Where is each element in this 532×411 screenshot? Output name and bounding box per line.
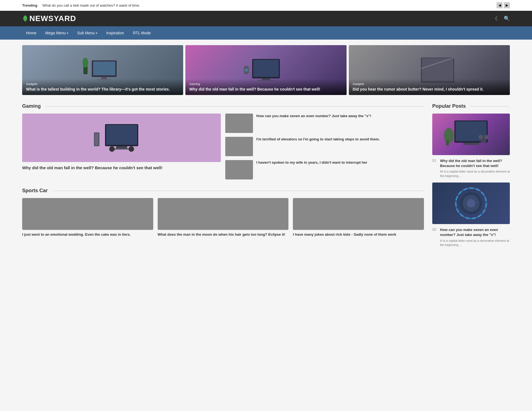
popular-main-illustration: [438, 116, 504, 152]
nav-inspiration[interactable]: Inspiration: [102, 26, 128, 40]
trending-nav: ◀ ▶: [497, 2, 510, 8]
search-icon[interactable]: 🔍: [504, 16, 510, 22]
popular-post-2-illustration: [438, 185, 504, 221]
gaming-main-card[interactable]: Why did the old man fall in the well? Be…: [22, 114, 221, 179]
theme-toggle-icon[interactable]: ☾: [495, 16, 499, 22]
gaming-side-item-1[interactable]: I'm terrified of elevators so I'm going …: [225, 137, 424, 156]
svg-point-35: [467, 199, 475, 207]
hero-card-2-overlay: Gadgets Did you hear the rumor about but…: [349, 79, 510, 95]
gaming-side-thumb-0: [225, 114, 253, 133]
gaming-grid: Why did the old man fall in the well? Be…: [22, 114, 424, 179]
popular-item-0[interactable]: 01 Why did the old man fall in the well?…: [432, 158, 510, 178]
nav-mega-menu-chevron: ▾: [67, 32, 68, 35]
hero-card-0-title: What is the tallest building in the worl…: [26, 87, 179, 92]
gaming-side-title-0: How can you make seven an even number? J…: [256, 114, 371, 119]
popular-item-1-excerpt: H is a capital letter used as a decorati…: [440, 239, 510, 247]
svg-rect-14: [422, 58, 453, 82]
sports-card-2-title: I have many jokes about rich kids - Sadl…: [293, 232, 424, 237]
hero-card-1-category: Gaming: [189, 82, 342, 86]
popular-posts-title: Popular Posts: [432, 103, 466, 109]
sports-card-2[interactable]: I have many jokes about rich kids - Sadl…: [293, 198, 424, 237]
popular-item-1[interactable]: 02 How can you make seven an even number…: [432, 227, 510, 247]
popular-post-main-image: [432, 114, 510, 155]
gaming-side-title-1: I'm terrified of elevators so I'm going …: [256, 137, 380, 142]
sports-card-2-image: [293, 198, 424, 230]
nav-sub-menu-chevron: ▾: [96, 32, 97, 35]
gaming-side-thumb-1: [225, 137, 253, 156]
svg-point-6: [83, 58, 88, 68]
popular-item-1-content: How can you make seven an even number? J…: [440, 227, 510, 247]
trending-bar: Trending What do you call a belt made ou…: [0, 0, 532, 11]
svg-rect-18: [116, 146, 127, 148]
sports-card-0[interactable]: I just went to an emotional wedding. Eve…: [22, 198, 153, 237]
sports-card-0-image: [22, 198, 153, 230]
gaming-side-title-2: I haven't spoken to my wife in years, I …: [256, 160, 367, 165]
hero-card-0-overlay: Gadgets What is the tallest building in …: [22, 79, 183, 95]
gaming-side-thumb-2: [225, 160, 253, 179]
popular-item-0-excerpt: W is a capital letter used as a decorati…: [440, 169, 510, 178]
sports-card-1[interactable]: What does the man in the moon do when hi…: [158, 198, 289, 237]
content-layout: Gaming: [22, 103, 510, 251]
popular-posts-header: Popular Posts: [432, 103, 510, 109]
left-content: Gaming: [22, 103, 424, 251]
gaming-main-image: [22, 114, 221, 162]
hero-card-2-category: Gadgets: [353, 82, 506, 86]
hero-card-1-title: Why did the old man fall in the well? Be…: [189, 87, 342, 92]
popular-item-1-num: 02: [432, 227, 438, 247]
sports-car-section-header: Sports Car: [22, 188, 424, 194]
main-content: Gadgets What is the tallest building in …: [0, 40, 532, 257]
svg-rect-28: [446, 140, 449, 145]
trending-next-button[interactable]: ▶: [504, 2, 510, 8]
popular-item-0-content: Why did the old man fall in the well? Be…: [440, 158, 510, 178]
hero-card-0[interactable]: Gadgets What is the tallest building in …: [22, 45, 183, 95]
hero-card-1[interactable]: Gaming Why did the old man fall in the w…: [185, 45, 346, 95]
logo-leaf-icon: [22, 15, 28, 22]
hero-grid: Gadgets What is the tallest building in …: [22, 45, 510, 95]
gaming-main-title: Why did the old man fall in the well? Be…: [22, 165, 221, 171]
header: NewsYard ☾ 🔍: [0, 11, 532, 26]
main-nav: Home Mega Menu ▾ Sub Menu ▾ Inspiration …: [0, 26, 532, 40]
svg-point-30: [479, 135, 483, 139]
popular-post-2-image: [432, 183, 510, 224]
svg-rect-26: [463, 143, 479, 145]
popular-item-0-title: Why did the old man fall in the well? Be…: [440, 158, 510, 168]
hero-card-2[interactable]: Gadgets Did you hear the rumor about but…: [349, 45, 510, 95]
gaming-section-header: Gaming: [22, 103, 424, 109]
nav-home[interactable]: Home: [22, 26, 40, 40]
svg-rect-17: [106, 125, 137, 145]
svg-point-22: [109, 146, 115, 152]
gaming-main-illustration: [91, 119, 152, 157]
gaming-title: Gaming: [22, 103, 41, 109]
logo[interactable]: NewsYard: [22, 14, 76, 23]
sports-card-0-title: I just went to an emotional wedding. Eve…: [22, 232, 153, 237]
sports-car-title: Sports Car: [22, 188, 48, 194]
svg-point-31: [484, 135, 488, 139]
hero-card-2-title: Did you hear the rumor about butter? Nev…: [353, 87, 506, 92]
sports-car-section: Sports Car I just went to an emotional w…: [22, 188, 424, 237]
svg-point-12: [245, 68, 248, 72]
gaming-side-list: How can you make seven an even number? J…: [225, 114, 424, 179]
popular-item-0-num: 01: [432, 158, 438, 178]
gaming-side-item-2[interactable]: I haven't spoken to my wife in years, I …: [225, 160, 424, 179]
sports-card-1-image: [158, 198, 289, 230]
sidebar: Popular Posts 01 Why di: [432, 103, 510, 251]
nav-mega-menu[interactable]: Mega Menu ▾: [41, 26, 72, 40]
header-icons: ☾ 🔍: [495, 16, 510, 22]
nav-sub-menu[interactable]: Sub Menu ▾: [73, 26, 101, 40]
trending-text: What do you call a belt made out of watc…: [42, 3, 140, 7]
popular-item-1-title: How can you make seven an even number? J…: [440, 227, 510, 237]
hero-card-0-category: Gadgets: [26, 82, 179, 86]
svg-rect-21: [95, 133, 98, 145]
svg-rect-8: [253, 60, 279, 77]
nav-rtl-mode[interactable]: RTL Mode: [129, 26, 155, 40]
logo-text: NewsYard: [29, 14, 76, 23]
svg-rect-2: [93, 61, 115, 75]
gaming-section: Gaming: [22, 103, 424, 179]
hero-card-1-overlay: Gaming Why did the old man fall in the w…: [185, 79, 346, 95]
svg-point-23: [129, 146, 134, 152]
sports-grid: I just went to an emotional wedding. Eve…: [22, 198, 424, 237]
gaming-side-item-0[interactable]: How can you make seven an even number? J…: [225, 114, 424, 133]
trending-label: Trending: [22, 3, 37, 7]
trending-prev-button[interactable]: ◀: [497, 2, 503, 8]
sports-card-1-title: What does the man in the moon do when hi…: [158, 232, 289, 237]
